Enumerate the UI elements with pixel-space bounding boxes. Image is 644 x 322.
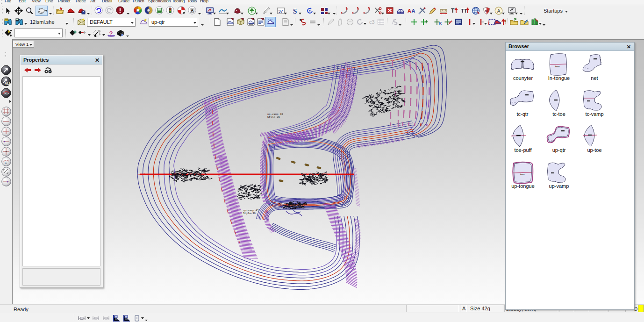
svg-text:A: A <box>408 8 411 14</box>
svg-text:R: R <box>439 21 442 26</box>
svg-text:ALL: ALL <box>5 82 11 85</box>
svg-text:A: A <box>497 8 501 14</box>
svg-text:A: A <box>191 8 193 13</box>
svg-text:ton: ton <box>520 173 525 176</box>
svg-text:G: G <box>5 161 7 165</box>
svg-text:Style-36: Style-36 <box>267 115 280 119</box>
svg-text:c3: c3 <box>369 19 375 25</box>
svg-text:37: 37 <box>279 9 283 14</box>
svg-text:S: S <box>293 7 297 15</box>
svg-text:?: ? <box>109 30 113 37</box>
svg-text:T: T <box>451 7 455 14</box>
svg-text:m: m <box>485 9 488 13</box>
svg-text:Style-36: Style-36 <box>243 212 256 215</box>
svg-text:A: A <box>412 8 415 14</box>
svg-text:TT: TT <box>461 8 467 14</box>
svg-text:ton: ton <box>555 65 560 68</box>
